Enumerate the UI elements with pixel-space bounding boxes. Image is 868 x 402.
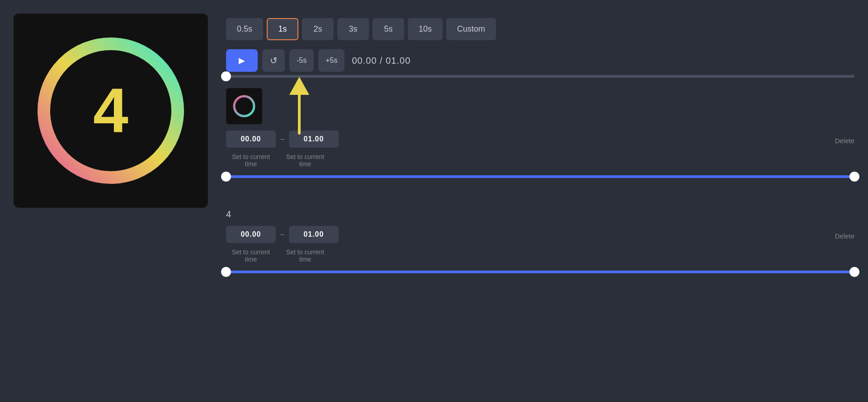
keyframe-track-2 [226,271,854,273]
start-time-input-2[interactable] [226,226,276,243]
time-separator: / [380,56,386,65]
skip-forward-button[interactable]: +5s [318,49,344,72]
play-button[interactable]: ▶ [226,49,258,72]
progress-thumb[interactable] [221,71,231,81]
time-separator-2: – [280,230,284,238]
start-time-input-1[interactable] [226,131,276,148]
end-time-input-1[interactable] [289,131,339,148]
keyframe-item-1: – Delete Set to current time Set to curr… [226,88,854,188]
set-start-time-label-1[interactable]: Set to current time [226,153,276,168]
svg-point-4 [234,96,254,116]
time-range-row-2: – [226,226,339,243]
reset-button[interactable]: ↺ [262,49,285,72]
keyframe-thumb-right-2[interactable] [849,267,859,277]
keyframe-thumb-left-1[interactable] [221,172,231,182]
keyframe-thumbnail-1 [226,88,262,124]
keyframe-item-2: 4 – Delete Set to current time Set to cu… [226,209,854,284]
preview-panel: 4 [14,14,208,208]
time-separator-1: – [280,135,284,143]
duration-btn-2s[interactable]: 2s [302,18,334,40]
countdown-circle: 4 [34,34,188,187]
duration-buttons-group: 0.5s 1s 2s 3s 5s 10s Custom [226,18,854,40]
delete-button-2[interactable]: Delete [835,232,854,240]
countdown-number: 4 [93,79,128,142]
keyframe-thumb-left-2[interactable] [221,267,231,277]
delete-button-1[interactable]: Delete [835,137,854,145]
play-icon: ▶ [239,56,245,65]
duration-btn-0-5s[interactable]: 0.5s [226,18,263,40]
time-display: 00.00 / 01.00 [352,56,410,66]
set-end-time-label-1[interactable]: Set to current time [280,153,330,168]
total-time: 01.00 [386,56,410,65]
duration-btn-custom[interactable]: Custom [446,18,496,40]
set-time-row-2: Set to current time Set to current time [226,248,854,263]
progress-track [226,75,854,78]
duration-btn-10s[interactable]: 10s [408,18,443,40]
keyframe-label-2: 4 [226,209,854,220]
keyframe-slider-2[interactable] [226,267,854,276]
current-time: 00.00 [352,56,377,65]
time-range-row-1: – [226,131,339,148]
duration-btn-3s[interactable]: 3s [337,18,369,40]
duration-btn-5s[interactable]: 5s [373,18,404,40]
progress-slider[interactable] [226,72,854,81]
controls-panel: 0.5s 1s 2s 3s 5s 10s Custom ▶ ↺ -5s [226,14,854,388]
end-time-input-2[interactable] [289,226,339,243]
skip-back-button[interactable]: -5s [289,49,314,72]
controls-wrapper: ▶ ↺ -5s +5s 00.00 / 01.00 [226,47,854,81]
duration-btn-1s[interactable]: 1s [267,18,298,40]
keyframe-thumb-right-1[interactable] [849,172,859,182]
keyframe-slider-1[interactable] [226,172,854,181]
playback-controls: ▶ ↺ -5s +5s 00.00 / 01.00 [226,49,854,72]
set-start-time-label-2[interactable]: Set to current time [226,248,276,263]
reset-icon: ↺ [270,55,278,66]
keyframe-track-1 [226,175,854,178]
set-time-row-1: Set to current time Set to current time [226,153,854,168]
set-end-time-label-2[interactable]: Set to current time [280,248,330,263]
